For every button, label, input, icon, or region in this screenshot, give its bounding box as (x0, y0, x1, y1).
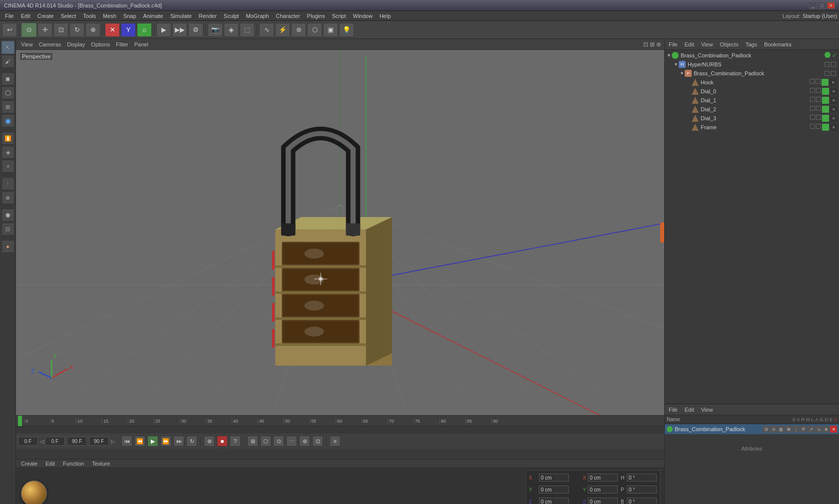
vis-dot-root[interactable] (825, 52, 831, 58)
vp-menu-display[interactable]: Display (65, 40, 87, 48)
mat-function-menu[interactable]: Function (61, 460, 86, 468)
view3d-button[interactable]: ⬚ (240, 23, 255, 37)
mat-texture-menu[interactable]: Texture (90, 460, 112, 468)
vp-menu-view[interactable]: View (19, 40, 35, 48)
cube-tool[interactable]: ■ (1, 72, 14, 85)
pointer-tool[interactable]: ↖ (1, 41, 14, 54)
attr-menu-file[interactable]: File (667, 406, 680, 414)
col-a-icon[interactable]: ⇱ (800, 426, 807, 433)
material-item[interactable]: Combinati... (20, 480, 48, 504)
paint-tool[interactable]: 🖌 (1, 55, 14, 68)
obj-menu-view[interactable]: View (699, 40, 715, 48)
menu-simulate[interactable]: Simulate (167, 12, 195, 20)
select-tool-button[interactable]: ⊙ (21, 23, 36, 37)
wireframe-tool[interactable]: ⬡ (1, 86, 14, 99)
tree-item-padlock-child[interactable]: ▼ P Brass_Combination_Padlock (666, 69, 838, 78)
frame-start-input[interactable] (45, 437, 65, 446)
col-v-icon[interactable]: ⊙ (770, 426, 777, 433)
record-button[interactable]: ⊕ (204, 436, 215, 447)
menu-animate[interactable]: Animate (140, 12, 166, 20)
x-rot-input[interactable] (588, 474, 618, 482)
z-rot-input[interactable] (588, 498, 618, 504)
x-pos-input[interactable] (539, 474, 569, 482)
deformer-button[interactable]: ⊛ (291, 23, 306, 37)
rotate-tool-button[interactable]: ↻ (69, 23, 84, 37)
tree-item-dial0[interactable]: ▶ Dial_0 ✕ (666, 87, 838, 96)
vis-f-1[interactable] (810, 124, 815, 129)
tree-item-hook[interactable]: ▶ Hook ✕ (666, 78, 838, 87)
bone-tool[interactable]: ⋮ (1, 177, 14, 190)
attr-menu-edit[interactable]: Edit (683, 406, 696, 414)
prev-frame-button[interactable]: ⏪ (134, 436, 145, 447)
vp-icon-3[interactable]: ⊛ (656, 41, 661, 48)
vis-dot-hyper2[interactable] (831, 62, 836, 67)
move-tool-button[interactable]: ✛ (37, 23, 52, 37)
menu-tools[interactable]: Tools (80, 12, 99, 20)
z-pos-input[interactable] (539, 498, 569, 504)
light-button[interactable]: 💡 (339, 23, 354, 37)
minimize-button[interactable]: _ (809, 2, 817, 9)
selected-object-row[interactable]: Brass_Combination_Padlock ⊡ ⊙ ▥ ⊞ ⋮ ⇱ ↗ … (665, 424, 839, 434)
edges-mode-button[interactable]: ⌂ (137, 23, 152, 37)
close-button[interactable]: ✕ (827, 2, 835, 9)
vis-d3-1[interactable] (810, 115, 815, 120)
uvw-tool[interactable]: ⊡ (1, 223, 14, 236)
scheme-button[interactable]: ⊛ (299, 436, 310, 447)
knife-tool[interactable]: ⌖ (1, 160, 14, 173)
col-x-icon[interactable]: ✕ (830, 426, 837, 433)
key-add-button[interactable]: ⊞ (247, 436, 258, 447)
motion-button[interactable]: ⋯ (286, 436, 297, 447)
timeline-options-button[interactable]: ≡ (330, 436, 341, 447)
vis-dot-padlock[interactable] (825, 71, 830, 76)
viewport[interactable]: X Y Z Perspective (16, 50, 664, 415)
play-button[interactable]: ▶ (147, 436, 158, 447)
vis-d0-2[interactable] (816, 88, 821, 93)
obj-menu-edit[interactable]: Edit (683, 40, 696, 48)
goto-start-button[interactable]: ⏮ (121, 436, 132, 447)
polygon-tool[interactable]: ⬟ (1, 209, 14, 222)
key-remove-button[interactable]: ⬡ (260, 436, 271, 447)
mat-create-menu[interactable]: Create (19, 460, 39, 468)
frame-max-input[interactable] (89, 437, 109, 446)
vp-menu-filter[interactable]: Filter (114, 40, 130, 48)
joint-tool[interactable]: ⊕ (1, 191, 14, 204)
extrude-tool[interactable]: ⏫ (1, 132, 14, 145)
bevel-tool[interactable]: ◈ (1, 146, 14, 159)
vis-h2[interactable] (816, 79, 821, 84)
vis-f-2[interactable] (816, 124, 821, 129)
check-root[interactable]: ✓ (832, 52, 837, 59)
sphere-tool[interactable]: ◉ (1, 114, 14, 127)
vis-d0-1[interactable] (810, 88, 815, 93)
menu-render[interactable]: Render (196, 12, 220, 20)
tree-arrow-root[interactable]: ▼ (667, 53, 672, 58)
vp-menu-panel[interactable]: Panel (132, 40, 150, 48)
vis-dot-padlock2[interactable] (831, 71, 836, 76)
menu-select[interactable]: Select (58, 12, 79, 20)
menu-plugins[interactable]: Plugins (304, 12, 328, 20)
obj-menu-objects[interactable]: Objects (718, 40, 740, 48)
camera-button[interactable]: 📷 (208, 23, 223, 37)
brush-tool[interactable]: ● (1, 240, 14, 253)
maximize-button[interactable]: □ (818, 2, 826, 9)
tree-arrow-padlock[interactable]: ▼ (680, 71, 685, 76)
vis-d3-2[interactable] (816, 115, 821, 120)
col-g-icon[interactable]: ↗ (808, 426, 815, 433)
col-r-icon[interactable]: ▥ (778, 426, 785, 433)
b-input[interactable] (627, 498, 657, 504)
menu-window[interactable]: Window (350, 12, 376, 20)
loop-button[interactable]: ↻ (186, 436, 197, 447)
transform-button[interactable]: ⊕ (85, 23, 100, 37)
render-region-button[interactable]: ▶ (156, 23, 171, 37)
mat-edit-menu[interactable]: Edit (43, 460, 57, 468)
next-frame-button[interactable]: ⏩ (160, 436, 171, 447)
menu-mograph[interactable]: MoGraph (243, 12, 272, 20)
menu-character[interactable]: Character (273, 12, 303, 20)
vp-menu-options[interactable]: Options (89, 40, 112, 48)
tree-item-frame[interactable]: ▶ Frame ✕ (666, 123, 838, 132)
menu-sculpt[interactable]: Sculpt (221, 12, 242, 20)
render-settings-button[interactable]: ⚙ (188, 23, 203, 37)
vp-icon-2[interactable]: ⊞ (650, 41, 655, 48)
render-button[interactable]: ▶▶ (172, 23, 187, 37)
col-l-icon[interactable]: ⋮ (793, 426, 800, 433)
autokey-button[interactable]: ⊙ (273, 436, 284, 447)
